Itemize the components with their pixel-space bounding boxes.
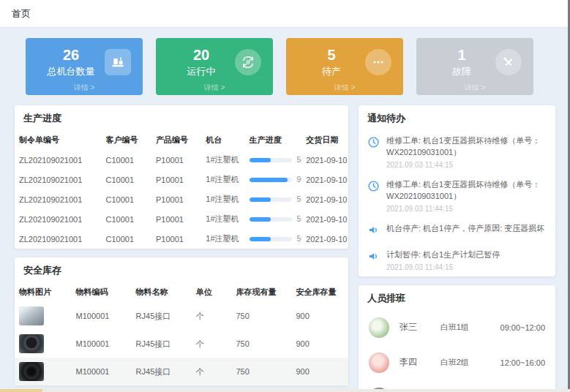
- material-image-cell: [15, 302, 72, 330]
- table-row: ZL202109021001 C10001 P10001 1#注塑机 50% 2…: [15, 209, 348, 229]
- delivery-date-cell: 2021-09-10: [301, 150, 348, 170]
- order-no-cell: ZL202109021001: [15, 209, 102, 229]
- main-content: 生产进度 制令单编号 客户编号 产品编号 机台 生产进度 交货日期 ZL2021: [0, 105, 570, 392]
- stat-card-main: 26 总机台数量: [37, 47, 105, 78]
- inventory-table: 物料图片 物料编码 物料名称 单位 库存现有量 安全库存量 M100001 RJ…: [15, 282, 348, 385]
- customer-no-cell: C10001: [102, 229, 151, 249]
- column-header: 客户编号: [102, 130, 151, 150]
- table-row: ZL202109021001 C10001 P10001 1#注塑机 90% 2…: [15, 170, 348, 189]
- avatar: [369, 317, 389, 338]
- material-code-cell: M100001: [72, 330, 132, 358]
- stat-detail-link[interactable]: 详情 >: [416, 83, 533, 93]
- stat-card-fault[interactable]: 1 故障 详情 >: [416, 38, 533, 95]
- column-header: 交货日期: [301, 130, 348, 150]
- stat-value: 26: [63, 47, 79, 63]
- table-header-row: 制令单编号 客户编号 产品编号 机台 生产进度 交货日期: [15, 130, 348, 150]
- clock-icon: [367, 135, 380, 169]
- notice-text: 机台停产: 机台1停产，停产原因: 变压器损坏: [386, 223, 544, 235]
- column-header: 产品编号: [151, 130, 201, 150]
- staff-name: 李四: [400, 356, 430, 369]
- stock-cell: 750: [231, 302, 291, 330]
- progress-percent: 50%: [297, 195, 302, 203]
- column-header: 制令单编号: [15, 130, 102, 150]
- clock-icon: [367, 179, 380, 213]
- staff-row: 李四 白班2组 12:00~16:00: [359, 345, 555, 380]
- window-edge-bottom: [0, 389, 570, 392]
- progress-percent: 50%: [297, 156, 302, 164]
- stat-label: 待产: [322, 65, 341, 78]
- ellipsis-icon: [365, 49, 391, 75]
- stat-value: 5: [327, 47, 335, 63]
- column-header: 物料图片: [15, 282, 72, 302]
- tab-home[interactable]: 首页: [12, 7, 31, 20]
- delivery-date-cell: 2021-09-10: [301, 189, 348, 209]
- progress-bar: [250, 217, 292, 222]
- notice-item[interactable]: 机台停产: 机台1停产，停产原因: 变压器损坏: [359, 218, 555, 244]
- product-no-cell: P10001: [151, 150, 201, 170]
- notice-item[interactable]: 计划暂停: 机台1生产计划已暂停 2021.09.03 11:44:15: [359, 244, 555, 276]
- notice-text: 计划暂停: 机台1生产计划已暂停: [386, 249, 500, 261]
- notices-panel-title: 通知待办: [359, 105, 555, 130]
- progress-bar: [250, 158, 292, 162]
- progress-cell: 50%: [245, 209, 302, 229]
- material-image: [19, 306, 44, 325]
- product-no-cell: P10001: [151, 189, 201, 209]
- machine-cell: 1#注塑机: [201, 189, 244, 209]
- stat-card-main: 5 待产: [298, 47, 365, 78]
- production-table: 制令单编号 客户编号 产品编号 机台 生产进度 交货日期 ZL202109021…: [15, 130, 348, 249]
- progress-cell: 90%: [245, 170, 302, 189]
- staff-shift: 白班2组: [440, 357, 490, 368]
- material-name-cell: RJ45接口: [132, 358, 192, 385]
- customer-no-cell: C10001: [102, 189, 151, 209]
- stat-label: 总机台数量: [48, 65, 95, 78]
- notice-body: 维修工单: 机台1变压器损坏待维修（单号：WX202109031001） 202…: [386, 179, 547, 213]
- table-header-row: 物料图片 物料编码 物料名称 单位 库存现有量 安全库存量: [15, 282, 348, 302]
- progress-cell: 50%: [245, 150, 302, 170]
- progress-percent: 50%: [297, 215, 302, 223]
- staff-time: 12:00~16:00: [500, 358, 545, 367]
- material-name-cell: RJ45接口: [132, 330, 192, 358]
- staff-panel: 人员排班 张三 白班1组 09:00~12:00 李四 白班2组 12:00~1…: [359, 285, 555, 392]
- stat-card-total-machines[interactable]: 26 总机台数量 详情 >: [26, 38, 143, 95]
- product-no-cell: P10001: [151, 170, 201, 189]
- progress-cell: 50%: [245, 189, 302, 209]
- material-name-cell: RJ45接口: [132, 302, 192, 330]
- material-code-cell: M100001: [72, 302, 132, 330]
- material-image-cell: [15, 358, 72, 385]
- material-image-cell: [15, 330, 72, 358]
- order-no-cell: ZL202109021001: [15, 189, 102, 209]
- staff-shift: 白班1组: [440, 322, 490, 333]
- staff-name: 张三: [400, 321, 430, 333]
- stat-cards: 26 总机台数量 详情 > 20 运行中: [26, 38, 533, 95]
- stat-detail-link[interactable]: 详情 >: [26, 83, 143, 93]
- progress-bar: [250, 237, 292, 241]
- notices-panel: 通知待办 维修工单: 机台1变压器损坏待维修（单号：WX202109031001…: [359, 105, 555, 276]
- table-row: M100001 RJ45接口 个 750 900: [15, 302, 348, 330]
- notice-time: 2021.09.03 11:44:15: [386, 263, 500, 271]
- stat-value: 1: [457, 47, 465, 63]
- delivery-date-cell: 2021-09-10: [301, 209, 348, 229]
- unit-cell: 个: [192, 302, 232, 330]
- column-header: 生产进度: [245, 130, 302, 150]
- notice-item[interactable]: 维修工单: 机台1变压器损坏待维修（单号：WX202109031001） 202…: [359, 174, 555, 218]
- stat-card-main: 1 故障: [428, 47, 495, 78]
- safety-stock-cell: 900: [291, 330, 348, 358]
- stat-card-waiting[interactable]: 5 待产 详情 >: [286, 38, 403, 95]
- stat-card-running[interactable]: 20 运行中 详情 >: [156, 38, 273, 95]
- table-row: ZL202109021001 C10001 P10001 1#注塑机 50% 2…: [15, 150, 348, 170]
- column-header: 安全库存量: [291, 282, 348, 302]
- stat-detail-link[interactable]: 详情 >: [156, 83, 273, 93]
- notice-item[interactable]: 维修工单: 机台1变压器损坏待维修（单号：WX202109031001） 202…: [359, 130, 555, 174]
- stat-label: 故障: [452, 65, 471, 78]
- safety-stock-cell: 900: [291, 302, 348, 330]
- material-code-cell: M100001: [72, 358, 132, 385]
- staff-row: 张三 白班1组 09:00~12:00: [359, 310, 555, 345]
- stat-detail-link[interactable]: 详情 >: [286, 83, 403, 93]
- stock-cell: 750: [231, 330, 291, 358]
- progress-percent: 90%: [297, 176, 302, 184]
- inventory-panel-title: 安全库存: [15, 257, 348, 282]
- production-panel-title: 生产进度: [15, 105, 348, 130]
- running-icon: [235, 49, 261, 75]
- tools-icon: [495, 49, 522, 75]
- product-no-cell: P10001: [151, 209, 201, 229]
